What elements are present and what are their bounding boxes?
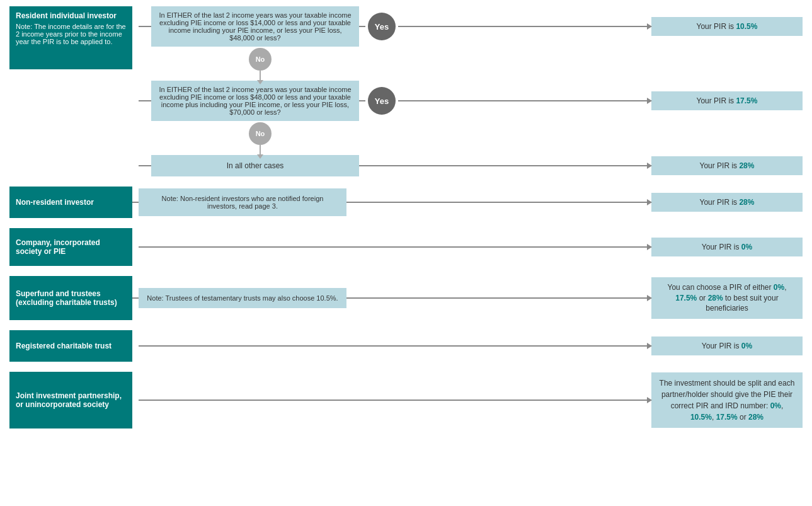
nonresident-result: Your PIR is 28% (651, 193, 803, 212)
result-2: Your PIR is 17.5% (651, 91, 803, 110)
joint-result: The investment should be split and each … (651, 372, 803, 428)
resident-investor-title: Resident individual investor (16, 11, 126, 20)
charitable-label: Registered charitable trust (9, 330, 132, 362)
yes-button-1: Yes (368, 13, 396, 40)
charitable-result: Your PIR is 0% (651, 336, 803, 355)
superfund-label: Superfund and trustees (excluding charit… (9, 276, 132, 320)
no-button-2: No (249, 122, 272, 145)
joint-label: Joint investment partnership, or unincor… (9, 372, 132, 428)
resident-investor-note: Note: The income details are for the 2 i… (16, 23, 126, 45)
superfund-note: Note: Trustees of testamentary trusts ma… (139, 288, 346, 308)
resident-investor-label: Resident individual investor Note: The i… (9, 6, 132, 69)
company-row: Company, incorporated society or PIE You… (9, 228, 803, 266)
yes-button-2: Yes (368, 87, 396, 115)
company-result: Your PIR is 0% (651, 238, 803, 256)
all-other-cases-text: In all other cases (227, 161, 284, 170)
question-2-box: In EITHER of the last 2 income years was… (151, 81, 359, 121)
superfund-result: You can choose a PIR of either 0%, 17.5%… (651, 277, 803, 319)
joint-row: Joint investment partnership, or unincor… (9, 372, 803, 428)
question-1-text: In EITHER of the last 2 income years was… (159, 11, 351, 42)
question-1-box: In EITHER of the last 2 income years was… (151, 6, 359, 47)
nonresident-note: Note: Non-resident investors who are not… (139, 188, 346, 216)
charitable-row: Registered charitable trust Your PIR is … (9, 330, 803, 362)
nonresident-row: Non-resident investor Note: Non-resident… (9, 187, 803, 218)
no-button-1: No (249, 48, 272, 71)
company-label: Company, incorporated society or PIE (9, 228, 132, 266)
result-1: Your PIR is 10.5% (651, 17, 803, 36)
nonresident-label: Non-resident investor (9, 187, 132, 218)
resident-flow: In EITHER of the last 2 income years was… (132, 6, 803, 176)
superfund-row: Superfund and trustees (excluding charit… (9, 276, 803, 320)
result-3: Your PIR is 28% (651, 156, 803, 175)
all-other-cases-box: In all other cases (151, 155, 359, 176)
question-2-text: In EITHER of the last 2 income years was… (159, 86, 351, 116)
